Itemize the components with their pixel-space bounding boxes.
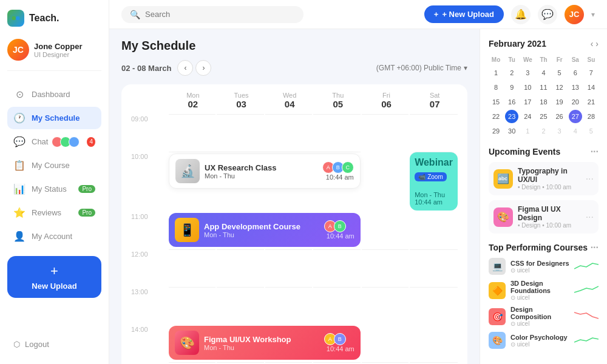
new-upload-label: + New Upload <box>442 10 494 19</box>
message-icon[interactable]: 💬 <box>538 5 557 24</box>
typography-icon: 🔤 <box>493 169 513 189</box>
cal-day-5[interactable]: 5 <box>553 66 566 79</box>
chevron-icon: ▾ <box>464 64 467 72</box>
plus-icon: + <box>50 263 58 279</box>
upcoming-more-icon[interactable]: ··· <box>591 146 599 157</box>
cal-day-next-4[interactable]: 4 <box>569 124 582 138</box>
search-wrap[interactable]: 🔍 <box>121 6 304 23</box>
cal-day-fri: Fri 06 <box>364 92 410 109</box>
cal-day-17[interactable]: 17 <box>521 95 534 109</box>
cal-day-next-2[interactable]: 2 <box>537 124 550 138</box>
cal-day-28[interactable]: 28 <box>585 110 598 123</box>
sidebar: Teach. JC Jone Copper UI Designer ⊙ Dash… <box>0 0 109 364</box>
app-dev-card[interactable]: 📱 App Development Course Mon - Thu A B <box>169 213 361 247</box>
new-upload-button[interactable]: + + New Upload <box>424 5 504 23</box>
slot-sat-1000: Webinar 📹 Zoom Mon - Thu 10:44 am <box>410 152 458 211</box>
top-course-3-title: Design Composition <box>510 306 569 320</box>
cal-day-29[interactable]: 29 <box>489 124 503 138</box>
sidebar-item-reviews[interactable]: ⭐ Reviews Pro <box>7 201 101 224</box>
notification-icon[interactable]: 🔔 <box>511 5 531 24</box>
sidebar-item-my-schedule[interactable]: 🕐 My Schedule <box>7 107 101 129</box>
upcoming-event-1[interactable]: 🔤 Typography in UX/UI • Design • 10:00 a… <box>489 162 599 195</box>
top-course-4[interactable]: 🎨 Color Psychology ⊙ uicel <box>489 332 599 349</box>
mini-cal-title: February 2021 <box>489 39 546 49</box>
event-title: UX Research Class <box>205 163 277 172</box>
event-dots-icon-1[interactable]: ··· <box>586 174 594 184</box>
sidebar-item-my-course[interactable]: 📋 My Course <box>7 154 101 177</box>
cal-day-30[interactable]: 30 <box>505 124 518 138</box>
cal-prev-arrow[interactable]: ‹ <box>591 39 594 49</box>
topbar: 🔍 + + New Upload 🔔 💬 JC ▾ <box>109 0 607 29</box>
cal-day-6[interactable]: 6 <box>569 66 582 79</box>
prev-arrow[interactable]: ‹ <box>177 60 193 76</box>
cal-day-15[interactable]: 15 <box>489 95 503 109</box>
cal-day-next-3[interactable]: 3 <box>553 124 566 138</box>
sidebar-item-my-status[interactable]: 📊 My Status Pro <box>7 178 101 200</box>
cal-day-2[interactable]: 2 <box>505 66 518 79</box>
slot-sat-1100 <box>410 212 458 248</box>
mini-cal-header: February 2021 ‹ › <box>489 39 599 49</box>
cal-day-11[interactable]: 11 <box>537 81 550 94</box>
figma-time: 10:44 am <box>327 345 354 352</box>
sparkline-2 <box>574 283 599 297</box>
cal-day-21[interactable]: 21 <box>585 95 598 109</box>
sidebar-upload-button[interactable]: + New Upload <box>7 256 101 298</box>
3d-icon: 🔶 <box>489 282 506 299</box>
figma-thumb: 🎨 <box>175 331 199 355</box>
logout-button[interactable]: ⬡ Logout <box>7 334 101 354</box>
upcoming-event-2-info: Figma UI UX Design • Design • 10:00 am <box>518 205 581 229</box>
cal-day-13[interactable]: 13 <box>569 81 582 94</box>
topbar-avatar[interactable]: JC <box>565 5 584 24</box>
sidebar-item-label: My Account <box>32 232 72 241</box>
upcoming-event-2-title: Figma UI UX Design <box>518 205 581 222</box>
timezone[interactable]: (GMT +06:00) Public Time ▾ <box>376 64 467 72</box>
cal-next-arrow[interactable]: › <box>595 39 599 49</box>
sidebar-item-dashboard[interactable]: ⊙ Dashboard <box>7 83 101 106</box>
cal-day-22[interactable]: 22 <box>489 110 503 123</box>
user-name: Jone Copper <box>34 42 82 51</box>
upcoming-event-2[interactable]: 🎨 Figma UI UX Design • Design • 10:00 am… <box>489 200 599 234</box>
cal-day-19[interactable]: 19 <box>553 95 566 109</box>
top-course-2[interactable]: 🔶 3D Design Foundations ⊙ uicel <box>489 280 599 301</box>
time-1100: 11:00 <box>131 212 168 248</box>
top-course-3[interactable]: 🎯 Design Composition ⊙ uicel <box>489 306 599 327</box>
upload-label: New Upload <box>32 281 76 291</box>
cal-day-25[interactable]: 25 <box>537 110 550 123</box>
cal-day-16[interactable]: 16 <box>505 95 518 109</box>
mini-cal-arrows: ‹ › <box>591 39 599 49</box>
cal-day-24[interactable]: 24 <box>521 110 534 123</box>
cal-day-12[interactable]: 12 <box>553 81 566 94</box>
slot-tues-0900 <box>217 114 263 150</box>
cal-day-20[interactable]: 20 <box>569 95 582 109</box>
webinar-sub: Mon - Thu 10:44 am <box>415 191 453 206</box>
cal-day-10[interactable]: 10 <box>521 81 534 94</box>
day-head-we: We <box>520 55 535 65</box>
cal-day-27[interactable]: 27 <box>569 110 582 123</box>
chevron-down-icon[interactable]: ▾ <box>591 10 595 19</box>
sidebar-item-chat[interactable]: 💬 Chat 4 <box>7 130 101 153</box>
cal-day-next-1[interactable]: 1 <box>521 124 534 138</box>
search-input[interactable] <box>145 10 295 19</box>
event-dots-icon-2[interactable]: ··· <box>586 212 594 223</box>
cal-day-1[interactable]: 1 <box>489 66 503 79</box>
figma-card[interactable]: 🎨 Figma UI/UX Workshop Mon - Thu A B <box>169 326 361 360</box>
time-1400: 14:00 <box>131 325 168 361</box>
cal-day-3[interactable]: 3 <box>521 66 534 79</box>
sidebar-item-my-account[interactable]: 👤 My Account <box>7 225 101 248</box>
status-icon: 📊 <box>13 183 25 195</box>
cal-day-9[interactable]: 9 <box>505 81 518 94</box>
cal-day-next-5[interactable]: 5 <box>585 124 598 138</box>
top-course-3-info: Design Composition ⊙ uicel <box>510 306 569 327</box>
top-courses-more-icon[interactable]: ··· <box>591 242 599 253</box>
cal-day-23[interactable]: 23 <box>505 110 518 123</box>
cal-day-18[interactable]: 18 <box>537 95 550 109</box>
cal-day-4[interactable]: 4 <box>537 66 550 79</box>
cal-day-7[interactable]: 7 <box>585 66 598 79</box>
next-arrow[interactable]: › <box>195 60 211 76</box>
cal-day-8[interactable]: 8 <box>489 81 503 94</box>
ux-research-card[interactable]: 🔬 UX Research Class Mon - Thu A B C <box>169 153 361 189</box>
top-course-2-title: 3D Design Foundations <box>510 280 569 294</box>
cal-day-26[interactable]: 26 <box>553 110 566 123</box>
cal-day-14[interactable]: 14 <box>585 81 598 94</box>
top-course-1[interactable]: 💻 CSS for Designers ⊙ uicel <box>489 258 599 275</box>
